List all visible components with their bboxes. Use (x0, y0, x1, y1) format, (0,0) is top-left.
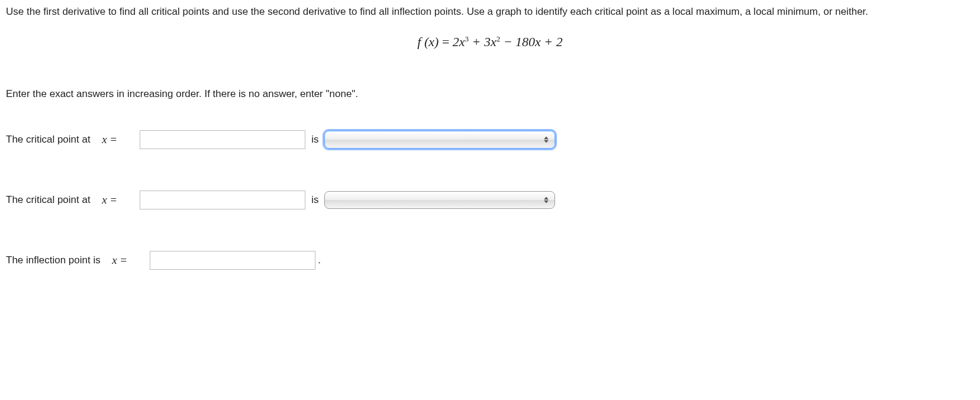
cp1-is: is (311, 133, 318, 147)
formula-term2: + 3x (472, 34, 497, 49)
instructions-text: Use the first derivative to find all cri… (6, 5, 974, 19)
cp2-value-input[interactable] (140, 191, 305, 209)
svg-marker-1 (544, 140, 549, 143)
equals-sign: = (442, 34, 453, 49)
cp2-type-select[interactable] (324, 191, 555, 209)
formula-display: f (x) = 2x3 + 3x2 − 180x + 2 (6, 33, 974, 51)
ip-xeq: x = (112, 253, 127, 269)
formula-lhs: f (x) (417, 34, 439, 49)
formula-exp2: 2 (497, 34, 501, 43)
inflection-point-row: The inflection point is x = . (6, 251, 974, 270)
sub-instructions-text: Enter the exact answers in increasing or… (6, 87, 974, 101)
ip-value-input[interactable] (150, 251, 315, 270)
cp2-is: is (311, 193, 318, 207)
cp1-type-select[interactable] (324, 131, 555, 149)
chevron-up-down-icon (544, 137, 549, 143)
svg-marker-0 (544, 137, 549, 140)
cp2-label: The critical point at (6, 193, 96, 207)
cp1-xeq: x = (102, 132, 117, 148)
critical-point-row-1: The critical point at x = is (6, 130, 974, 149)
formula-tail: − 180x + 2 (504, 34, 563, 49)
ip-period: . (318, 253, 321, 267)
ip-label: The inflection point is (6, 253, 106, 267)
formula-term1: 2x (453, 34, 465, 49)
cp1-label: The critical point at (6, 133, 96, 147)
svg-marker-2 (544, 197, 549, 200)
chevron-up-down-icon (544, 197, 549, 204)
formula-exp1: 3 (465, 34, 469, 43)
svg-marker-3 (544, 201, 549, 204)
critical-point-row-2: The critical point at x = is (6, 191, 974, 209)
cp2-xeq: x = (102, 192, 117, 208)
cp1-value-input[interactable] (140, 130, 305, 149)
